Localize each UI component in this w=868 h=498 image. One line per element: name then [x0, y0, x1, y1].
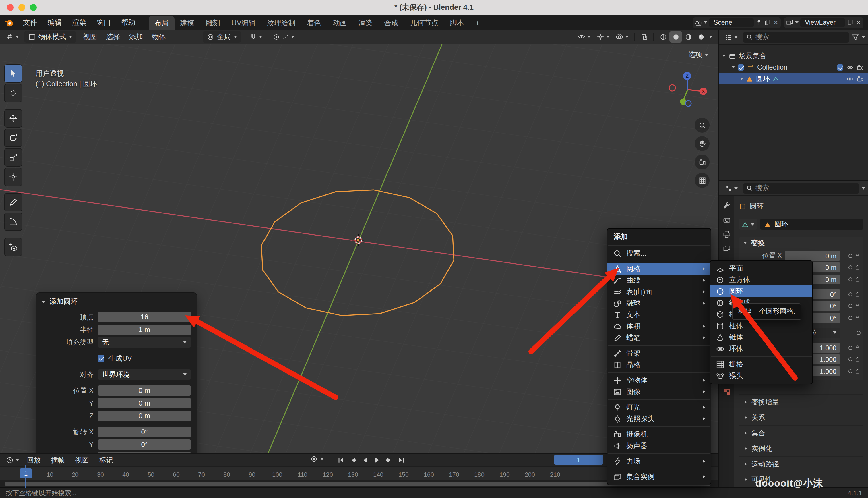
properties-tab-texture[interactable]: [720, 386, 733, 398]
timeline-menu[interactable]: 视图: [70, 455, 94, 465]
menu-item[interactable]: 光照探头: [607, 413, 711, 424]
pan-button[interactable]: [695, 136, 709, 151]
filter-icon[interactable]: [851, 33, 859, 41]
menu-item[interactable]: 曲线: [607, 275, 711, 286]
new-scene-icon[interactable]: [764, 19, 771, 26]
xray-toggle[interactable]: [638, 31, 650, 42]
menu-item[interactable]: 融球: [607, 298, 711, 309]
move-tool[interactable]: [4, 110, 22, 127]
number-field[interactable]: 0 m: [98, 398, 191, 408]
viewlayer-selector[interactable]: ViewLayer ×: [784, 17, 864, 28]
collapsed-section[interactable]: 运动路径: [739, 456, 864, 472]
menu-item[interactable]: 体积: [607, 320, 711, 332]
lock-icon[interactable]: [854, 356, 860, 363]
expander-icon[interactable]: [731, 66, 735, 68]
menu-item[interactable]: 摄像机: [607, 429, 711, 440]
dropdown-field[interactable]: 无: [98, 337, 191, 348]
workspace-tab[interactable]: 纹理绘制: [261, 16, 301, 30]
editor-type-dropdown[interactable]: [3, 31, 22, 42]
workspace-tab[interactable]: 着色: [301, 16, 327, 30]
lock-icon[interactable]: [854, 368, 860, 374]
collapsed-section[interactable]: 集合: [739, 425, 864, 441]
transform-orientation-dropdown[interactable]: 全局: [203, 31, 241, 42]
menu-item[interactable]: 栅格: [710, 358, 812, 370]
remove-viewlayer-icon[interactable]: ×: [855, 18, 862, 26]
jump-to-start-button[interactable]: [335, 455, 346, 465]
workspace-tab[interactable]: 建模: [174, 16, 200, 30]
viewport-menu[interactable]: 添加: [125, 29, 148, 44]
shading-material-button[interactable]: [682, 31, 695, 42]
number-field[interactable]: 0 m: [785, 251, 840, 261]
number-field[interactable]: 0°: [98, 427, 191, 437]
menu-item[interactable]: 蜡笔: [607, 332, 711, 343]
playhead[interactable]: 1: [19, 468, 32, 479]
menu-item[interactable]: 文本: [607, 309, 711, 320]
viewport-menu[interactable]: 选择: [101, 29, 125, 44]
menu-item[interactable]: 力场: [607, 456, 711, 467]
lock-icon[interactable]: [854, 291, 860, 297]
collapsed-section[interactable]: 关系: [739, 409, 864, 425]
lock-icon[interactable]: [854, 264, 860, 271]
number-field[interactable]: 0 m: [98, 385, 191, 396]
minimize-window-button[interactable]: [18, 4, 25, 11]
pin-icon[interactable]: [756, 19, 762, 26]
menu-item[interactable]: 圆环: [710, 286, 812, 297]
jump-to-end-button[interactable]: [395, 455, 406, 465]
disable-render-icon[interactable]: [856, 75, 864, 82]
animate-dot-icon[interactable]: [849, 345, 853, 350]
dropdown-field[interactable]: 世界环境: [98, 369, 191, 380]
properties-tab-render[interactable]: [720, 214, 733, 226]
proportional-editing-toggle[interactable]: [270, 31, 297, 42]
object-visibility-dropdown[interactable]: [575, 31, 594, 42]
render-checkbox[interactable]: [837, 64, 843, 70]
disable-render-icon[interactable]: [856, 64, 864, 71]
menu-item[interactable]: 骨架: [607, 348, 711, 359]
operator-panel[interactable]: 添加圆环 顶点 16半径 1 m填充类型 无生成UV对齐 世界环境位置 X 0 …: [36, 292, 198, 453]
viewport-menu[interactable]: 物体: [148, 29, 171, 44]
menu-item[interactable]: 集合实例: [607, 471, 711, 483]
workspace-tab[interactable]: 布局: [149, 16, 175, 30]
new-viewlayer-icon[interactable]: [847, 19, 854, 26]
collapsed-section[interactable]: 实例化: [739, 441, 864, 456]
menu-item[interactable]: 柱体: [710, 320, 812, 331]
properties-editor-type-dropdown[interactable]: [722, 182, 741, 194]
animate-dot-icon[interactable]: [849, 277, 853, 281]
lock-icon[interactable]: [854, 276, 860, 282]
play-button[interactable]: [371, 455, 382, 465]
expander-icon[interactable]: [722, 55, 725, 57]
animate-dot-icon[interactable]: [849, 316, 853, 320]
expander-icon[interactable]: [741, 77, 743, 80]
menu-item[interactable]: 平面: [710, 262, 812, 274]
outliner-editor-type-dropdown[interactable]: [722, 31, 741, 43]
topbar-menu[interactable]: 编辑: [42, 15, 67, 30]
topbar-menu[interactable]: 窗口: [92, 15, 116, 30]
close-window-button[interactable]: [7, 4, 14, 11]
topbar-menu[interactable]: 文件: [18, 15, 42, 30]
shading-dropdown[interactable]: [709, 36, 713, 38]
blender-logo-icon[interactable]: [4, 17, 14, 27]
annotate-tool[interactable]: [4, 194, 22, 211]
measure-tool[interactable]: [4, 213, 22, 230]
lock-icon[interactable]: [854, 344, 860, 351]
animate-dot-icon[interactable]: [856, 330, 860, 335]
outliner-row[interactable]: Collection: [719, 62, 868, 73]
workspace-tab[interactable]: 动画: [327, 16, 353, 30]
viewport-menu[interactable]: 视图: [79, 29, 101, 44]
menu-item[interactable]: 立方体: [710, 274, 812, 286]
outliner-row[interactable]: 场景集合: [719, 50, 868, 62]
number-field[interactable]: 0°: [98, 440, 191, 450]
current-frame-field[interactable]: 1: [554, 455, 603, 465]
outliner-row[interactable]: 圆环: [719, 73, 868, 84]
properties-tab-output[interactable]: [720, 228, 733, 241]
timeline-menu[interactable]: 回放: [22, 455, 46, 465]
menu-item[interactable]: 灯光: [607, 402, 711, 413]
add-cube-tool[interactable]: [4, 238, 22, 255]
checkbox[interactable]: [98, 355, 105, 362]
horizontal-scrollbar[interactable]: [4, 482, 711, 486]
viewlayer-name-field[interactable]: ViewLayer: [800, 18, 845, 27]
scene-name-field[interactable]: Scene: [709, 18, 754, 27]
previous-keyframe-button[interactable]: [347, 455, 358, 465]
select-box-tool[interactable]: [4, 65, 22, 82]
properties-search-input[interactable]: 搜索: [743, 183, 859, 193]
workspace-tab[interactable]: 合成: [378, 16, 404, 30]
